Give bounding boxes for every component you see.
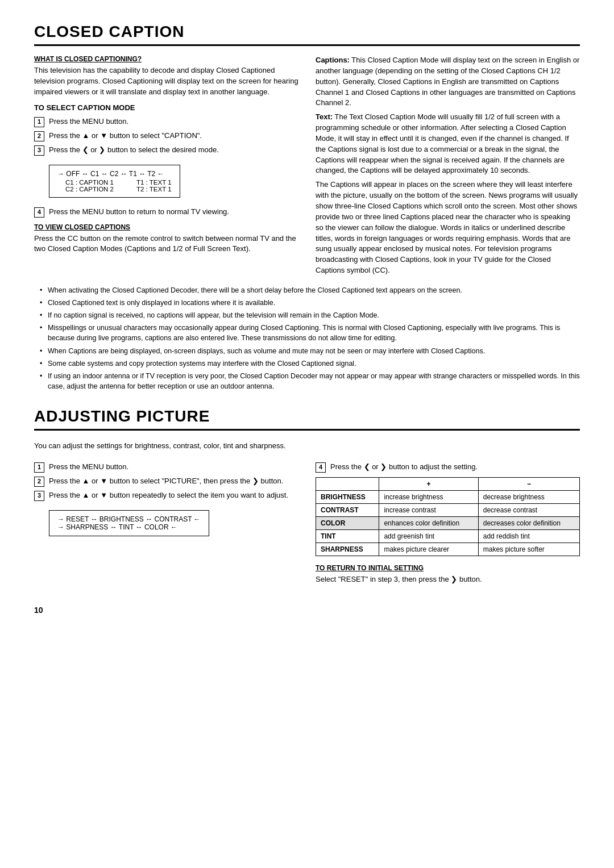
- adjusting-intro: You can adjust the settings for brightne…: [34, 441, 580, 452]
- right-para2-text: The Text Closed Caption Mode will usuall…: [316, 112, 569, 174]
- table-header-row: + −: [316, 477, 580, 490]
- adj-step-num-2: 2: [34, 477, 44, 487]
- bullet-4: Misspellings or unusual characters may o…: [40, 323, 580, 343]
- table-row-sharpness: SHARPNESS makes picture clearer makes pi…: [316, 542, 580, 556]
- table-row-brightness: BRIGHTNESS increase brightness decrease …: [316, 490, 580, 503]
- row-color-minus: decreases color definition: [478, 516, 579, 529]
- bullet-3: If no caption signal is received, no cap…: [40, 310, 580, 320]
- picture-arrow-row1: → RESET ↔ BRIGHTNESS ↔ CONTRAST ←: [57, 515, 201, 523]
- adj-step-4: 4 Press the ❮ or ❯ button to adjust the …: [316, 462, 580, 473]
- closed-caption-title: CLOSED CAPTION: [34, 23, 580, 46]
- select-steps: 1 Press the MENU button. 2 Press the ▲ o…: [34, 116, 298, 156]
- adj-step-1: 1 Press the MENU button.: [34, 462, 298, 473]
- closed-caption-left: WHAT IS CLOSED CAPTIONING? This televisi…: [34, 55, 298, 279]
- caption-label-t2: T2 : TEXT 1: [136, 186, 172, 193]
- row-contrast-minus: decrease contrast: [478, 503, 579, 516]
- adjusting-steps-right: 4 Press the ❮ or ❯ button to adjust the …: [316, 462, 580, 473]
- page-number: 10: [34, 606, 580, 615]
- row-brightness-minus: decrease brightness: [478, 490, 579, 503]
- adjusting-picture-title: ADJUSTING PICTURE: [34, 407, 580, 431]
- row-sharpness-plus: makes picture clearer: [379, 542, 478, 556]
- caption-label-t1: T1 : TEXT 1: [136, 179, 172, 186]
- adj-step-num-1: 1: [34, 462, 44, 473]
- right-para1-bold: Captions:: [316, 56, 350, 64]
- step-4: 4 Press the MENU button to return to nor…: [34, 207, 298, 218]
- step-2: 2 Press the ▲ or ▼ button to select "CAP…: [34, 131, 298, 141]
- table-row-tint: TINT add greenish tint add reddish tint: [316, 529, 580, 542]
- step-num-4: 4: [34, 207, 44, 218]
- adjusting-right: 4 Press the ❮ or ❯ button to adjust the …: [316, 457, 580, 589]
- caption-labels: C1 : CAPTION 1 C2 : CAPTION 2 T1 : TEXT …: [65, 179, 172, 193]
- adj-step-4-text: Press the ❮ or ❯ button to adjust the se…: [330, 462, 478, 473]
- step-4-text: Press the MENU button to return to norma…: [49, 207, 229, 218]
- right-para2-bold: Text:: [316, 112, 333, 121]
- bullet-6: Some cable systems and copy protection s…: [40, 358, 580, 369]
- caption-labels-left: C1 : CAPTION 1 C2 : CAPTION 2: [65, 179, 114, 193]
- view-heading: TO VIEW CLOSED CAPTIONS: [34, 223, 298, 231]
- adjusting-left: 1 Press the MENU button. 2 Press the ▲ o…: [34, 457, 298, 589]
- adjusting-steps-left: 1 Press the MENU button. 2 Press the ▲ o…: [34, 462, 298, 501]
- row-contrast-plus: increase contrast: [379, 503, 478, 516]
- caption-label-c1: C1 : CAPTION 1: [65, 179, 114, 186]
- step-num-1: 1: [34, 117, 44, 127]
- step-3: 3 Press the ❮ or ❯ button to select the …: [34, 145, 298, 156]
- caption-arrow-diagram: → OFF ↔ C1 ↔ C2 ↔ T1 ↔ T2 ← C1 : CAPTION…: [49, 165, 180, 198]
- bullet-2: Closed Captioned text is only displayed …: [40, 298, 580, 308]
- row-tint-plus: add greenish tint: [379, 529, 478, 542]
- right-para3: The Captions will appear in places on th…: [316, 180, 580, 276]
- section-divider: ADJUSTING PICTURE: [34, 407, 580, 431]
- return-text: Select "RESET" in step 3, then press the…: [316, 574, 580, 585]
- adj-step-3-text: Press the ▲ or ▼ button repeatedly to se…: [49, 490, 288, 501]
- bullet-5: When Captions are being displayed, on-sc…: [40, 346, 580, 356]
- row-tint-minus: add reddish tint: [478, 529, 579, 542]
- bullet-1: When activating the Closed Captioned Dec…: [40, 285, 580, 295]
- table-col-minus: −: [478, 477, 579, 490]
- what-heading: WHAT IS CLOSED CAPTIONING?: [34, 55, 298, 63]
- right-para1: Captions: This Closed Caption Mode will …: [316, 55, 580, 108]
- step-1-text: Press the MENU button.: [49, 116, 128, 127]
- what-text: This television has the capability to de…: [34, 65, 298, 98]
- table-row-color: COLOR enhances color definition decrease…: [316, 516, 580, 529]
- adjusting-columns: 1 Press the MENU button. 2 Press the ▲ o…: [34, 457, 580, 589]
- adj-step-3: 3 Press the ▲ or ▼ button repeatedly to …: [34, 490, 298, 501]
- return-heading: TO RETURN TO INITIAL SETTING: [316, 564, 580, 572]
- step-3-text: Press the ❮ or ❯ button to select the de…: [49, 145, 219, 156]
- caption-label-c2: C2 : CAPTION 2: [65, 186, 114, 193]
- adj-step-1-text: Press the MENU button.: [49, 462, 128, 473]
- adj-step-num-3: 3: [34, 491, 44, 501]
- closed-caption-columns: WHAT IS CLOSED CAPTIONING? This televisi…: [34, 55, 580, 279]
- adj-step-2-text: Press the ▲ or ▼ button to select "PICTU…: [49, 476, 283, 487]
- row-sharpness-minus: makes picture softer: [478, 542, 579, 556]
- row-color-plus: enhances color definition: [379, 516, 478, 529]
- picture-arrow-row2: → SHARPNESS ↔ TINT ↔ COLOR ←: [57, 523, 201, 531]
- caption-labels-right: T1 : TEXT 1 T2 : TEXT 1: [136, 179, 172, 193]
- closed-caption-right: Captions: This Closed Caption Mode will …: [316, 55, 580, 279]
- step-4-list: 4 Press the MENU button to return to nor…: [34, 207, 298, 218]
- right-para1-text: This Closed Caption Mode will display te…: [316, 56, 579, 107]
- view-text: Press the CC button on the remote contro…: [34, 233, 298, 255]
- picture-table: + − BRIGHTNESS increase brightness decre…: [316, 477, 580, 556]
- adj-step-2: 2 Press the ▲ or ▼ button to select "PIC…: [34, 476, 298, 487]
- step-2-text: Press the ▲ or ▼ button to select "CAPTI…: [49, 131, 202, 141]
- table-row-contrast: CONTRAST increase contrast decrease cont…: [316, 503, 580, 516]
- row-brightness-plus: increase brightness: [379, 490, 478, 503]
- row-color-label: COLOR: [316, 516, 379, 529]
- step-num-3: 3: [34, 145, 44, 156]
- bullet-list: When activating the Closed Captioned Dec…: [40, 285, 580, 391]
- bullet-7: If using an indoor antenna or if TV rece…: [40, 371, 580, 391]
- table-col-name: [316, 477, 379, 490]
- row-sharpness-label: SHARPNESS: [316, 542, 379, 556]
- row-brightness-label: BRIGHTNESS: [316, 490, 379, 503]
- row-tint-label: TINT: [316, 529, 379, 542]
- picture-arrow-diagram: → RESET ↔ BRIGHTNESS ↔ CONTRAST ← → SHAR…: [49, 510, 209, 536]
- adj-step-num-4: 4: [316, 462, 326, 473]
- row-contrast-label: CONTRAST: [316, 503, 379, 516]
- step-num-2: 2: [34, 131, 44, 141]
- arrow-row: → OFF ↔ C1 ↔ C2 ↔ T1 ↔ T2 ←: [57, 170, 172, 178]
- select-mode-heading: TO SELECT CAPTION MODE: [34, 103, 298, 112]
- step-1: 1 Press the MENU button.: [34, 116, 298, 127]
- table-col-plus: +: [379, 477, 478, 490]
- right-para2: Text: The Text Closed Caption Mode will …: [316, 112, 580, 176]
